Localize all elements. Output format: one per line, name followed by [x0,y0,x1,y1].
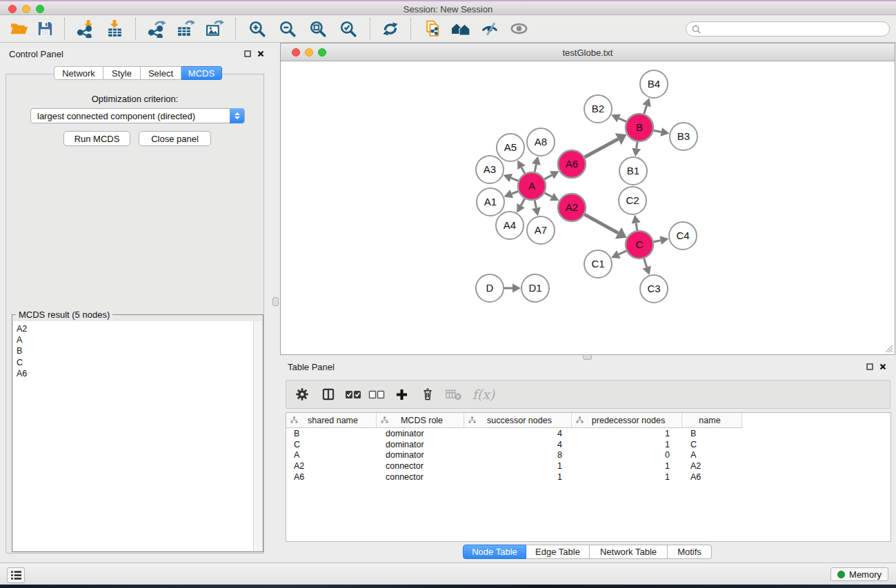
resize-grip-icon[interactable] [884,344,893,353]
tab-motifs[interactable]: Motifs [668,545,712,559]
mcds-result-item[interactable]: C [17,357,253,368]
graph-edge-A-A8[interactable] [535,164,536,172]
home-view-button[interactable] [446,17,475,41]
horizontal-splitter-handle[interactable] [583,354,592,360]
checked-boxes-icon [345,389,361,400]
graph-node-label: C2 [626,194,639,206]
table-row[interactable]: A6connector11A6 [286,472,890,483]
export-image-button[interactable] [200,17,229,41]
graph-edge-A-A3[interactable] [511,178,519,181]
tab-network[interactable]: Network [54,66,103,80]
refresh-layout-button[interactable] [377,17,404,41]
result-scrollbar[interactable] [253,321,262,551]
graph-edge-A-A5[interactable] [521,168,525,174]
graph-edge-arrowhead [532,156,541,165]
graph-node-label: A6 [566,158,578,170]
table-cell: dominator [377,440,464,449]
delete-table-icon [446,388,462,401]
zoom-in-button[interactable] [242,17,272,41]
zoom-out-icon [279,20,297,38]
optimization-criterion-select[interactable]: largest connected component (directed) [30,108,245,123]
network-graph[interactable]: AA1A2A3A4A5A6A7A8BB1B2B3B4CC1C2C3C4DD1 [281,61,895,354]
select-all-columns-button[interactable] [344,383,362,406]
unselect-all-columns-button[interactable] [368,383,386,406]
graph-edge-A-A6[interactable] [544,175,552,179]
tab-network-table[interactable]: Network Table [590,545,668,559]
export-network-icon [148,19,166,38]
import-table-button[interactable] [100,17,129,41]
mcds-result-item[interactable]: A [17,334,253,345]
graph-edge-C-C2[interactable] [636,223,637,231]
show-columns-button[interactable] [318,383,339,406]
table-cell: 8 [464,450,572,460]
table-cell: 1 [572,461,682,471]
graph-edge-C-C1[interactable] [619,251,626,254]
graph-node-label: A1 [484,196,497,207]
mcds-result-item[interactable]: B [17,345,253,356]
graph-edge-arrowhead [512,284,521,293]
graph-node-label: D1 [528,282,541,294]
table-cell: 4 [464,429,572,438]
table-row[interactable]: A2connector11A2 [286,460,890,472]
column-header-shared-name[interactable]: shared name [286,413,377,428]
hide-panels-button[interactable] [475,17,504,41]
zoom-out-button[interactable] [272,17,303,41]
close-panel-icon[interactable] [879,363,886,370]
search-input[interactable] [686,21,890,37]
memory-button[interactable]: Memory [830,567,888,581]
table-row[interactable]: Adominator80A [286,450,890,461]
graph-edge-A-A4[interactable] [521,199,525,205]
task-history-button[interactable] [7,567,25,583]
graph-edge-A-A1[interactable] [512,192,519,194]
network-window-titlebar[interactable]: testGlobe.txt [281,43,895,61]
table-cell: 1 [464,461,572,471]
open-session-button[interactable] [6,17,32,41]
column-header-name[interactable]: name [682,413,742,428]
function-builder-button[interactable]: f(x) [470,383,497,406]
graph-edge-B-B2[interactable] [619,119,626,122]
column-header-mcds-role[interactable]: MCDS role [377,413,464,428]
column-header-successor-nodes[interactable]: successor nodes [464,413,572,428]
table-row[interactable]: Bdominator41B [286,428,890,439]
graph-edge-A-A7[interactable] [535,201,536,208]
add-column-button[interactable] [391,383,412,406]
show-panels-button[interactable] [504,17,533,41]
network-canvas[interactable]: AA1A2A3A4A5A6A7A8BB1B2B3B4CC1C2C3C4DD1 [281,61,895,354]
import-network-button[interactable] [71,17,100,41]
tab-node-table[interactable]: Node Table [463,545,526,559]
zoom-selected-button[interactable] [333,17,364,41]
zoom-fit-button[interactable] [303,17,333,41]
graph-edge-arrowhead [659,236,668,245]
graph-node-label: C1 [591,258,604,270]
mcds-result-item[interactable]: A2 [17,323,253,334]
float-panel-icon[interactable] [244,50,251,57]
export-network-button[interactable] [142,17,171,41]
clone-network-button[interactable] [417,17,446,41]
tab-edge-table[interactable]: Edge Table [526,545,590,559]
tab-style[interactable]: Style [103,66,141,80]
graph-edge-B-B1[interactable] [637,142,637,149]
delete-column-button[interactable] [417,383,438,406]
graph-edge-C-C4[interactable] [654,241,661,242]
graph-edge-C-C3[interactable] [644,258,647,267]
tab-select[interactable]: Select [141,66,181,80]
graph-edge-B-B3[interactable] [654,130,661,132]
graph-edge-A6-B[interactable] [584,139,618,157]
float-panel-icon[interactable] [866,363,873,370]
graph-edge-A-A2[interactable] [545,193,552,197]
close-panel-icon[interactable] [257,50,264,57]
save-session-button[interactable] [32,17,58,41]
graph-edge-B-B4[interactable] [644,105,647,114]
column-header-predecessor-nodes[interactable]: predecessor nodes [572,413,682,428]
graph-node-label: C3 [647,283,660,294]
graph-edge-A2-C[interactable] [584,214,618,233]
table-settings-button[interactable] [292,383,312,406]
tab-mcds[interactable]: MCDS [181,66,222,80]
mcds-result-item[interactable]: A6 [17,368,253,379]
table-row[interactable]: Cdominator41C [286,439,890,450]
close-panel-button[interactable]: Close panel [139,131,211,146]
export-table-button[interactable] [171,17,200,41]
delete-table-button[interactable] [444,383,464,406]
vertical-splitter-handle[interactable] [272,297,279,306]
run-mcds-button[interactable]: Run MCDS [63,131,130,146]
